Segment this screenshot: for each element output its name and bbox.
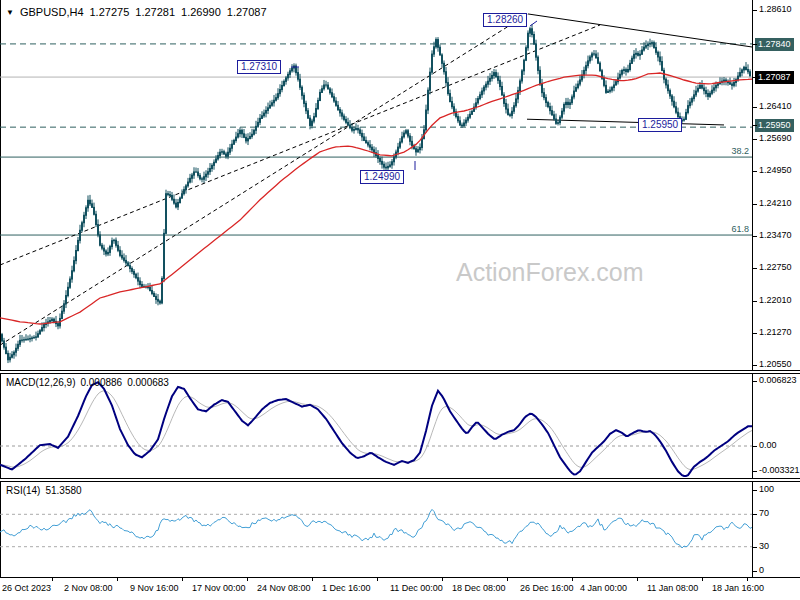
axis-tick — [753, 107, 757, 108]
panel-splitter-macd-rsi[interactable] — [0, 478, 800, 482]
macd-title: MACD(12,26,9)0.0008860.000683 — [6, 377, 169, 388]
price-axis-label: 1.20550 — [759, 359, 792, 370]
fib-label: 61.8 — [731, 224, 749, 234]
macd-axis-label: 0.006823 — [759, 375, 797, 386]
x-axis-tick — [247, 578, 248, 581]
axis-tick — [753, 125, 757, 126]
price-axis-label: 1.25690 — [759, 133, 792, 144]
actionforex-watermark: ActionForex.com — [456, 258, 644, 287]
rsi-chart-canvas[interactable] — [0, 483, 753, 576]
price-axis-label: 1.24210 — [759, 198, 792, 209]
value-axis-column[interactable]: 1.286101.278401.270871.264101.259501.256… — [753, 0, 800, 600]
axis-tick — [753, 10, 757, 11]
x-axis-tick — [312, 578, 313, 581]
rsi-axis-label: 70 — [759, 508, 769, 519]
callout-connector — [530, 21, 537, 26]
price-axis-label: 1.25950 — [755, 119, 794, 132]
axis-tick — [753, 471, 757, 472]
x-axis-tick — [52, 578, 53, 581]
price-callout-high[interactable]: 1.28260 — [483, 13, 527, 27]
chart-title: ▼GBPUSD,H41.272751.272811.269901.27087 — [6, 6, 267, 18]
x-axis-tick — [507, 578, 508, 581]
price-axis-label: 1.21270 — [759, 327, 792, 338]
axis-tick — [753, 514, 757, 515]
ohlc-close: 1.27087 — [227, 6, 267, 18]
price-axis-label: 1.23470 — [759, 230, 792, 241]
axis-tick — [753, 446, 757, 447]
symbol-period-label: GBPUSD,H4 — [20, 6, 84, 18]
x-axis-date-label: 2 Nov 08:00 — [64, 583, 113, 593]
macd-name: MACD(12,26,9) — [6, 377, 75, 388]
axis-tick — [753, 333, 757, 334]
trendline-rising-channel-dashed[interactable] — [0, 25, 600, 265]
x-axis-tick — [747, 578, 748, 581]
fib-label: 38.2 — [731, 146, 749, 156]
x-axis-tick — [117, 578, 118, 581]
x-axis-tick — [637, 578, 638, 581]
axis-tick — [753, 381, 757, 382]
axis-tick — [753, 547, 757, 548]
axis-tick — [753, 571, 757, 572]
ohlc-low: 1.26990 — [181, 6, 221, 18]
price-chart-canvas[interactable]: 38.261.8 — [0, 0, 753, 371]
axis-tick — [753, 490, 757, 491]
macd-axis-label: -0.003321 — [759, 465, 800, 476]
rsi-axis-label: 0 — [759, 565, 764, 576]
axis-tick — [753, 365, 757, 366]
macd-main-line — [0, 382, 752, 476]
symbol-dropdown-icon[interactable]: ▼ — [6, 8, 14, 17]
rsi-title: RSI(14)51.3580 — [6, 485, 82, 496]
price-axis-label: 1.27840 — [755, 38, 794, 51]
price-axis-label: 1.26410 — [759, 101, 792, 112]
axis-tick — [753, 77, 757, 78]
x-axis-tick — [442, 578, 443, 581]
price-axis-label: 1.28610 — [759, 4, 792, 15]
ohlc-open: 1.27275 — [90, 6, 130, 18]
price-axis-last-price: 1.27087 — [755, 71, 794, 84]
axis-tick — [753, 236, 757, 237]
axis-tick — [753, 204, 757, 205]
macd-axis-label: 0.00 — [759, 440, 777, 451]
x-axis-date-label: 9 Nov 16:00 — [130, 583, 179, 593]
axis-tick — [753, 171, 757, 172]
price-callout-swing-high[interactable]: 1.27310 — [237, 60, 281, 74]
axis-tick — [753, 44, 757, 45]
rsi-line — [0, 509, 752, 548]
x-axis-date-label: 1 Dec 16:00 — [322, 583, 371, 593]
macd-chart-canvas[interactable] — [0, 375, 753, 478]
x-axis-date-label: 11 Jan 08:00 — [647, 583, 698, 593]
x-axis-date-label: 24 Nov 08:00 — [257, 583, 311, 593]
x-axis-date-label: 18 Jan 16:00 — [712, 583, 764, 593]
x-axis-date-label: 26 Oct 2023 — [2, 583, 51, 593]
rsi-axis-label: 100 — [759, 484, 774, 495]
x-axis-date-label: 18 Dec 08:00 — [452, 583, 506, 593]
x-axis-tick — [377, 578, 378, 581]
x-axis-tick — [572, 578, 573, 581]
macd-value-signal: 0.000683 — [127, 377, 169, 388]
ohlc-high: 1.27281 — [135, 6, 175, 18]
axis-tick — [753, 139, 757, 140]
x-axis-date-label: 26 Dec 16:00 — [520, 583, 574, 593]
mt4-chart-window: 38.261.8 ▼GBPUSD,H41.272751.272811.26990… — [0, 0, 800, 600]
candlestick-series — [1, 24, 751, 363]
price-axis-label: 1.22010 — [759, 295, 792, 306]
x-axis-tick — [182, 578, 183, 581]
x-axis-date-label: 4 Jan 00:00 — [580, 583, 627, 593]
rsi-name: RSI(14) — [6, 485, 40, 496]
x-axis-tick — [702, 578, 703, 581]
rsi-axis-label: 30 — [759, 541, 769, 552]
rsi-value: 51.3580 — [45, 485, 81, 496]
price-axis-label: 1.22750 — [759, 262, 792, 273]
price-callout-swing-low[interactable]: 1.24990 — [360, 170, 404, 184]
price-callout-support[interactable]: 1.25950 — [638, 118, 682, 132]
axis-tick — [753, 301, 757, 302]
macd-value-main: 0.000886 — [80, 377, 122, 388]
trendline-falling-resistance[interactable] — [528, 14, 752, 47]
price-axis-label: 1.24950 — [759, 165, 792, 176]
panel-splitter-price-macd[interactable] — [0, 370, 800, 374]
x-axis-date-label: 11 Dec 00:00 — [390, 583, 443, 593]
axis-tick — [753, 268, 757, 269]
x-axis-date-label: 17 Nov 00:00 — [192, 583, 246, 593]
time-axis-separator — [0, 577, 800, 578]
